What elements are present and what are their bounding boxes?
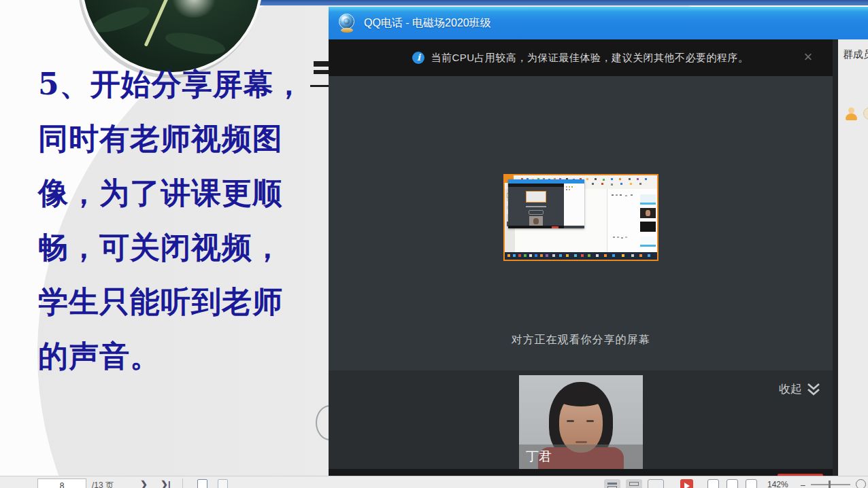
qq-call-window: QQ电话 - 电磁场2020班级 i 当前CPU占用较高，为保证最佳体验，建议关… (329, 7, 868, 476)
member-avatar-icon[interactable] (844, 107, 858, 121)
slide-text-line: 学生只能听到老师 (38, 275, 337, 329)
slide-text-line: 同时有老师视频图 (38, 111, 337, 166)
fit-to-window-icon[interactable] (856, 479, 866, 488)
slide-text-line: 5、开始分享屏幕， (38, 57, 337, 111)
slide-text-line: 畅，可关闭视频， (38, 220, 337, 275)
mini-taskbar (505, 252, 657, 260)
duplicate-slide-icon[interactable] (218, 479, 228, 488)
panel-separator (833, 39, 838, 476)
mini-video-tile (640, 194, 656, 205)
zoom-out-icon[interactable]: − (800, 480, 805, 488)
cpu-warning-text: 当前CPU占用较高，为保证最佳体验，建议关闭其他不必要的程序。 (431, 52, 748, 65)
close-banner-icon[interactable]: × (799, 49, 817, 67)
group-members-panel: 群成员 (838, 39, 868, 476)
mini-video-tile (640, 222, 656, 232)
statusbar-divider (182, 478, 183, 488)
person-mouth (575, 441, 587, 443)
person-eye (586, 420, 594, 422)
last-slide-icon[interactable]: ❯| (161, 479, 171, 488)
person-eye (567, 420, 574, 422)
presentation-status-bar: 8 /13 页 ❯ ❯| 142% − (0, 476, 868, 488)
normal-view-icon[interactable] (604, 479, 620, 488)
leaf-shape (88, 2, 152, 38)
mini-chat-panel (607, 189, 657, 252)
mini-video-tile (640, 237, 656, 247)
slide-text-line: 的声音。 (38, 329, 337, 383)
double-chevron-down-icon (806, 383, 821, 396)
shared-screen-thumbnail (503, 174, 658, 261)
window-title: QQ电话 - 电磁场2020班级 (364, 16, 491, 31)
dandelion-fluff (170, 0, 218, 18)
new-slide-icon[interactable] (197, 479, 207, 488)
page-total-label: /13 页 (92, 480, 114, 488)
slide-sorter-view-icon[interactable] (626, 479, 642, 488)
notes-icon[interactable] (707, 479, 719, 488)
next-slide-icon[interactable]: ❯ (140, 479, 148, 488)
sharing-status-text: 对方正在观看你分享的屏幕 (329, 333, 833, 347)
video-strip: 丁君 收起 (329, 370, 833, 469)
zoom-level-label: 142% (767, 480, 788, 488)
hidden-slide-fragment (314, 61, 329, 67)
zoom-slider[interactable] (811, 484, 850, 485)
zoom-slider-handle[interactable] (829, 481, 831, 488)
qq-title-bar[interactable]: QQ电话 - 电磁场2020班级 (329, 7, 868, 39)
caller-video-tile: 丁君 (519, 375, 643, 469)
page-number-box[interactable]: 8 (37, 478, 86, 488)
call-main-area: 对方正在观看你分享的屏幕 结束分享 (329, 76, 833, 377)
cpu-warning-banner: i 当前CPU占用较高，为保证最佳体验，建议关闭其他不必要的程序。 (329, 39, 833, 76)
mini-qq-window (508, 179, 584, 228)
call-toolbar-edge (329, 469, 833, 476)
member-avatar-icon[interactable] (863, 107, 868, 120)
person-fringe (556, 389, 605, 406)
comments-icon[interactable] (727, 479, 738, 488)
slide-text-line: 像，为了讲课更顺 (38, 166, 337, 220)
qq-call-app-icon (337, 14, 356, 33)
collapse-label: 收起 (779, 381, 802, 397)
leaf-shape (163, 29, 227, 58)
hidden-slide-fragment (314, 70, 329, 74)
collapse-control[interactable]: 收起 (779, 381, 821, 397)
screenshot-root: 5、开始分享屏幕， 同时有老师视频图 像，为了讲课更顺 畅，可关闭视频， 学生只… (0, 0, 868, 488)
hang-up-button-edge[interactable] (778, 474, 823, 476)
reading-view-icon[interactable] (648, 479, 664, 488)
caller-name-label: 丁君 (519, 445, 643, 469)
slide-body-text: 5、开始分享屏幕， 同时有老师视频图 像，为了讲课更顺 畅，可关闭视频， 学生只… (38, 57, 337, 383)
members-panel-title: 群成员 (843, 48, 868, 61)
mini-video-tile (640, 208, 656, 218)
slideshow-play-icon[interactable] (680, 479, 693, 488)
info-icon: i (412, 52, 424, 64)
fit-slide-icon[interactable] (746, 479, 757, 488)
hidden-slide-fragment (310, 85, 329, 87)
